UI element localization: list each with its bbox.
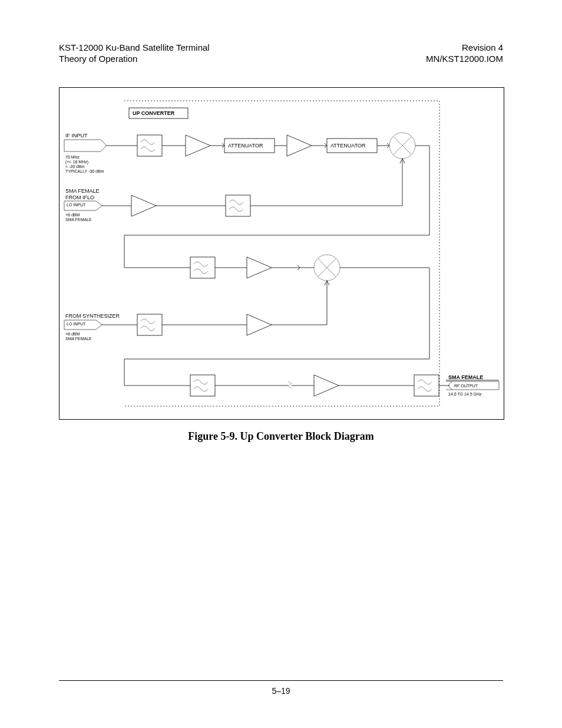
svg-rect-2 — [137, 135, 162, 156]
header-title-left-2: Theory of Operation — [59, 54, 210, 65]
iflo-spec2: SMA FEMALE — [65, 218, 92, 222]
footer-rule — [59, 680, 503, 681]
diagram-frame: UP CONVERTER IF INPUT 70 MHz (+/- 18 MHz… — [59, 87, 504, 420]
if-input-label: IF INPUT — [65, 133, 88, 139]
attenuator-2-label: ATTENUATOR — [330, 143, 366, 149]
svg-rect-18 — [226, 195, 250, 216]
header-title-left-1: KST-12000 Ku-Band Satellite Terminal — [59, 42, 210, 54]
synth-port: LO INPUT — [67, 322, 86, 326]
figure-caption: Figure 5-9. Up Converter Block Diagram — [0, 430, 562, 443]
svg-rect-44 — [414, 375, 439, 396]
header-title-right-1: Revision 4 — [426, 42, 503, 54]
if-spec3: < -20 dBm — [65, 164, 85, 169]
rf-output-label: SMA FEMALE — [448, 374, 483, 380]
iflo-label1: SMA FEMALE — [65, 188, 100, 194]
attenuator-1-label: ATTENUATOR — [228, 143, 263, 149]
svg-rect-40 — [190, 375, 215, 396]
rf-output-spec: 14.0 TO 14.5 GHz — [448, 392, 482, 396]
if-spec1: 70 MHz — [65, 155, 80, 159]
if-spec4: TYPICALLY -30 dBm — [65, 169, 104, 173]
svg-rect-23 — [190, 257, 215, 278]
page-number: 5–19 — [0, 686, 562, 696]
header-title-right-2: MN/KST12000.IOM — [426, 54, 503, 65]
iflo-label2: FROM IFLO — [65, 195, 94, 200]
block-diagram: UP CONVERTER IF INPUT 70 MHz (+/- 18 MHz… — [59, 88, 504, 419]
page: KST-12000 Ku-Band Satellite Terminal The… — [0, 0, 562, 728]
synth-spec2: SMA FEMALE — [65, 337, 92, 341]
iflo-port: LO INPUT — [67, 203, 86, 207]
synth-label: FROM SYNTHESIZER — [65, 313, 120, 319]
svg-rect-34 — [137, 314, 162, 335]
synth-spec1: +8 dBM — [65, 332, 80, 336]
page-header: KST-12000 Ku-Band Satellite Terminal The… — [59, 42, 503, 65]
rf-output-port: RF OUTPUT — [454, 384, 478, 388]
iflo-spec1: +8 dBM — [65, 213, 80, 217]
diagram-title: UP CONVERTER — [133, 110, 175, 116]
if-spec2: (+/- 18 MHz) — [65, 160, 88, 164]
